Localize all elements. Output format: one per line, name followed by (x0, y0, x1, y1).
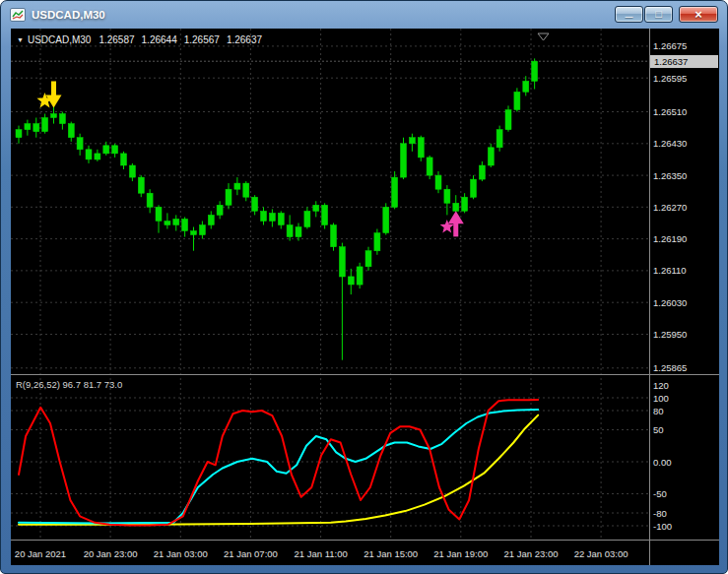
svg-text:1.26350: 1.26350 (653, 170, 687, 181)
svg-text:-50: -50 (653, 488, 667, 499)
svg-text:50: 50 (653, 424, 664, 435)
svg-text:22 Jan 03:00: 22 Jan 03:00 (574, 548, 629, 559)
indicator-line-slow (19, 415, 538, 525)
chart-client-area[interactable]: 1.266751.265951.265101.264301.263501.262… (11, 29, 719, 565)
svg-text:21 Jan 11:00: 21 Jan 11:00 (294, 548, 347, 559)
window-title: USDCAD,M30 (32, 9, 105, 21)
window-icon (10, 7, 26, 23)
quote-open: 1.26587 (99, 34, 134, 45)
quote-close: 1.26637 (227, 34, 262, 45)
price-axis[interactable]: 1.266751.265951.265101.264301.263501.262… (653, 40, 687, 373)
chart-canvas[interactable]: 1.266751.265951.265101.264301.263501.262… (11, 29, 719, 565)
sell-arrow-shaft (51, 81, 56, 96)
svg-text:0.00: 0.00 (653, 457, 672, 468)
buy-arrow-icon (448, 211, 464, 223)
svg-text:21 Jan 19:00: 21 Jan 19:00 (433, 548, 488, 559)
titlebar[interactable]: USDCAD,M30 ─ □ × (1, 1, 727, 29)
svg-text:20 Jan 23:00: 20 Jan 23:00 (84, 548, 138, 559)
time-axis[interactable]: 20 Jan 202120 Jan 23:0021 Jan 03:0021 Ja… (15, 548, 629, 559)
grid-lines (11, 29, 649, 540)
svg-text:-80: -80 (653, 508, 667, 519)
svg-text:1.26270: 1.26270 (653, 202, 687, 213)
svg-text:1.26110: 1.26110 (653, 265, 687, 276)
quote-symbol: USDCAD,M30 (28, 34, 91, 45)
close-button[interactable]: × (679, 6, 718, 23)
svg-text:1.26030: 1.26030 (653, 297, 687, 308)
sell-star-icon (36, 93, 52, 107)
symbol-dropdown-arrow-icon[interactable]: ▼ (17, 36, 24, 43)
svg-text:1.26675: 1.26675 (653, 40, 687, 51)
svg-text:21 Jan 03:00: 21 Jan 03:00 (154, 548, 208, 559)
maximize-button[interactable]: □ (644, 6, 673, 23)
indicator-label: R(9,26,52) 96.7 81.7 73.0 (16, 379, 122, 390)
svg-text:1.26595: 1.26595 (653, 73, 687, 84)
candle-series (16, 58, 538, 359)
indicator-axis[interactable]: 12010080500.00-50-80-100 (653, 380, 672, 532)
minimize-button[interactable]: ─ (615, 6, 643, 23)
svg-text:1.26510: 1.26510 (653, 106, 687, 117)
svg-text:1.26190: 1.26190 (653, 233, 687, 244)
buy-arrow-shaft (453, 223, 458, 236)
signal-markers (36, 81, 463, 236)
svg-text:21 Jan 23:00: 21 Jan 23:00 (504, 548, 559, 559)
svg-text:120: 120 (653, 380, 669, 391)
quote-high: 1.26644 (142, 34, 177, 45)
chart-shift-marker-icon (538, 33, 549, 40)
svg-text:1.25950: 1.25950 (653, 329, 687, 340)
minimize-icon: ─ (626, 12, 633, 23)
chart-window: USDCAD,M30 ─ □ × 1.266751.265951.265101.… (0, 0, 728, 574)
svg-text:21 Jan 07:00: 21 Jan 07:00 (224, 548, 278, 559)
indicator-lines (19, 400, 538, 525)
quote-low: 1.26567 (184, 34, 220, 45)
svg-text:100: 100 (653, 393, 669, 404)
svg-text:80: 80 (653, 406, 664, 416)
maximize-icon: □ (655, 9, 662, 20)
svg-text:1.25865: 1.25865 (653, 362, 687, 373)
svg-text:20 Jan 2021: 20 Jan 2021 (15, 548, 66, 559)
indicator-line-fast (19, 400, 538, 525)
svg-text:-100: -100 (653, 521, 672, 532)
svg-text:1.26430: 1.26430 (653, 138, 687, 149)
close-icon: × (695, 8, 702, 21)
current-price-tag: 1.26637 (650, 55, 718, 68)
quote-header: ▼ USDCAD,M30 1.26587 1.26644 1.26567 1.2… (17, 34, 269, 45)
svg-text:21 Jan 15:00: 21 Jan 15:00 (364, 548, 418, 559)
